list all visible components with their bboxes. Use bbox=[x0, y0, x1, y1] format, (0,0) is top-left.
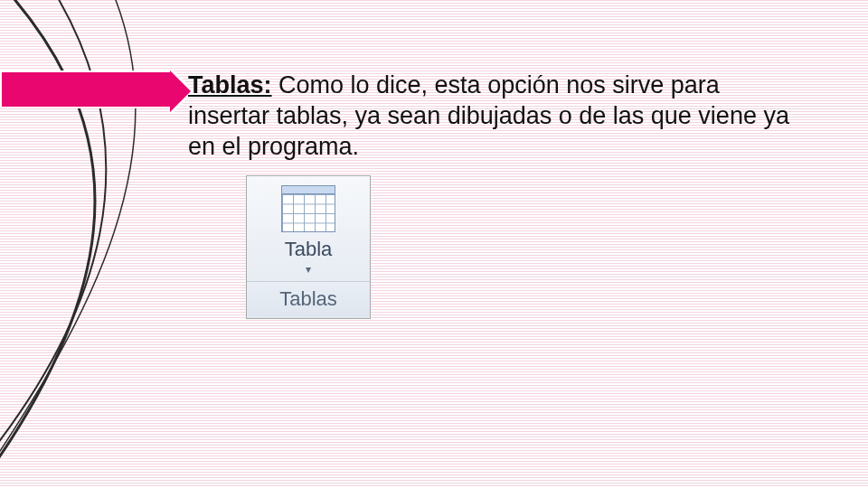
chevron-down-icon: ▾ bbox=[306, 263, 311, 276]
tabla-button-label: Tabla bbox=[285, 238, 333, 261]
description-text: Tablas: Como lo dice, esta opción nos si… bbox=[188, 70, 803, 162]
tabla-button[interactable]: Tabla ▾ bbox=[247, 176, 370, 281]
description-title: Tablas: bbox=[188, 71, 272, 99]
tabla-ribbon-group: Tabla ▾ Tablas bbox=[246, 175, 371, 319]
arrow-banner bbox=[0, 70, 172, 108]
description-body: Como lo dice, esta opción nos sirve para… bbox=[188, 71, 789, 160]
table-icon bbox=[281, 185, 335, 232]
tabla-group-label: Tablas bbox=[247, 281, 370, 318]
